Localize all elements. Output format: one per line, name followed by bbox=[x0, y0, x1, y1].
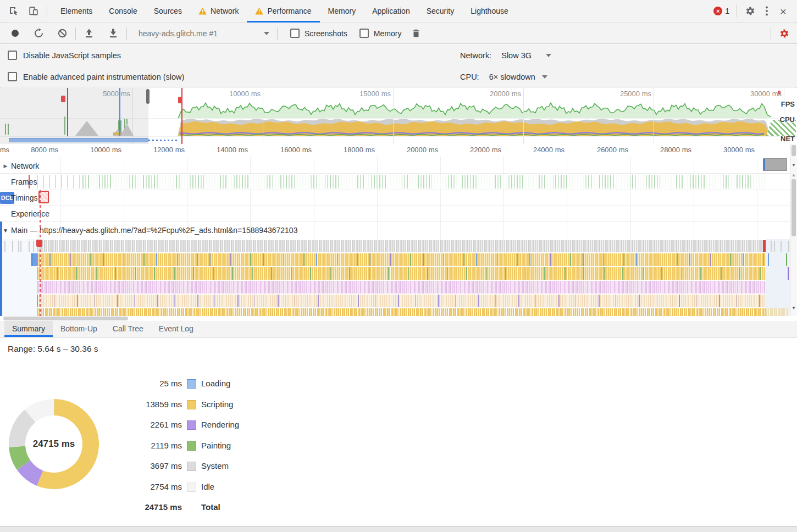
tab-performance[interactable]: Performance bbox=[247, 0, 319, 23]
ruler-label: 5000 ms bbox=[94, 90, 130, 98]
warning-icon bbox=[198, 7, 207, 15]
tab-summary[interactable]: Summary bbox=[4, 321, 53, 337]
load-profile-button[interactable] bbox=[81, 25, 97, 42]
ruler-label: 28000 ms bbox=[655, 146, 691, 154]
reload-and-record-button[interactable] bbox=[30, 25, 47, 42]
tab-memory[interactable]: Memory bbox=[320, 0, 364, 23]
tab-label: Call Tree bbox=[113, 324, 143, 333]
tab-sources[interactable]: Sources bbox=[146, 0, 190, 23]
scrollbar-thumb[interactable] bbox=[792, 179, 796, 236]
track-experience[interactable]: Experience bbox=[0, 206, 49, 221]
error-badge[interactable]: × 1 bbox=[713, 7, 729, 15]
close-devtools-button[interactable]: × bbox=[775, 3, 792, 19]
scrollbar-thumb[interactable] bbox=[3, 317, 128, 320]
gear-icon-active bbox=[779, 28, 790, 39]
chevron-down-icon bbox=[264, 32, 269, 35]
devtools-tabbar: Elements Console Sources Network Perform… bbox=[0, 0, 797, 23]
collapse-arrow-icon[interactable]: ▼ bbox=[0, 228, 11, 234]
timeline-horizontal-scrollbar[interactable] bbox=[0, 316, 797, 321]
timeline-vertical-scrollbar[interactable]: ▼ ▲ ▼ bbox=[790, 144, 797, 316]
painting-swatch bbox=[187, 441, 196, 451]
legend-label: Idle bbox=[201, 482, 214, 491]
total-label: Total bbox=[201, 502, 220, 512]
settings-button[interactable] bbox=[742, 3, 759, 19]
tab-elements[interactable]: Elements bbox=[52, 0, 101, 23]
track-frames[interactable]: Frames bbox=[0, 174, 37, 190]
cpu-throttle-control[interactable]: CPU: 6× slowdown bbox=[460, 66, 547, 87]
upload-icon bbox=[84, 28, 95, 39]
track-divider bbox=[0, 173, 790, 174]
ruler-label: 16000 ms bbox=[275, 146, 312, 154]
clear-recording-button[interactable] bbox=[54, 25, 70, 42]
scroll-down-icon[interactable]: ▼ bbox=[790, 163, 797, 168]
disable-js-samples-checkbox[interactable] bbox=[8, 51, 17, 60]
advanced-paint-checkbox[interactable] bbox=[8, 72, 17, 81]
tab-application[interactable]: Application bbox=[364, 0, 418, 23]
idle-swatch bbox=[187, 483, 196, 492]
flame-loading-block[interactable] bbox=[31, 253, 37, 266]
flame-row-rendering[interactable] bbox=[37, 281, 766, 293]
legend-label: Loading bbox=[201, 379, 230, 388]
ruler-label: 12000 ms bbox=[148, 146, 185, 154]
overview-selection-handle[interactable] bbox=[146, 89, 150, 104]
track-network[interactable]: ▶ Network bbox=[0, 158, 39, 174]
flame-row-bottom[interactable] bbox=[37, 308, 766, 316]
timeline-overview[interactable]: 5000 ms10000 ms15000 ms20000 ms25000 ms3… bbox=[0, 88, 797, 145]
scroll-down-icon[interactable]: ▼ bbox=[790, 306, 797, 311]
network-throttle-select[interactable]: Slow 3G bbox=[501, 51, 551, 60]
tab-label: Console bbox=[109, 7, 137, 15]
tab-bottom-up[interactable]: Bottom-Up bbox=[53, 321, 105, 337]
screenshots-checkbox-group[interactable]: Screenshots bbox=[290, 29, 347, 38]
tab-console[interactable]: Console bbox=[101, 0, 145, 23]
ruler-gridline bbox=[654, 88, 654, 144]
flame-row-scripting-2[interactable] bbox=[37, 267, 766, 280]
flame-row-tasks[interactable] bbox=[37, 240, 766, 252]
capture-settings-button[interactable] bbox=[776, 25, 793, 42]
network-overview-thumb[interactable] bbox=[763, 158, 787, 171]
screenshots-checkbox[interactable] bbox=[290, 29, 300, 38]
memory-checkbox-group[interactable]: Memory bbox=[359, 29, 402, 38]
overview-network-bar bbox=[9, 138, 148, 142]
flame-tick bbox=[33, 241, 34, 252]
scroll-up-icon[interactable]: ▲ bbox=[790, 173, 797, 178]
system-swatch bbox=[187, 462, 196, 471]
tab-call-tree[interactable]: Call Tree bbox=[105, 321, 151, 337]
ruler-label: 30000 ms bbox=[745, 90, 782, 98]
flame-row-mixed[interactable] bbox=[37, 295, 766, 307]
tab-label: Network bbox=[211, 7, 239, 15]
network-throttle-control[interactable]: Network: Slow 3G bbox=[460, 45, 551, 66]
lcp-flame-badge bbox=[36, 240, 42, 247]
flame-row-scripting-1[interactable] bbox=[37, 253, 766, 266]
more-options-button[interactable] bbox=[759, 3, 775, 19]
scrollbar-thumb[interactable] bbox=[792, 145, 796, 156]
tab-event-log[interactable]: Event Log bbox=[151, 321, 201, 337]
legend-value: 25 ms bbox=[99, 379, 182, 388]
track-timings[interactable]: Timings bbox=[0, 190, 38, 206]
device-toolbar-button[interactable] bbox=[25, 3, 42, 19]
tab-label: Summary bbox=[12, 324, 45, 333]
garbage-collect-button[interactable] bbox=[408, 25, 424, 42]
track-divider bbox=[0, 206, 790, 206]
disable-js-samples-option[interactable]: Disable JavaScript samples bbox=[8, 45, 121, 66]
advanced-paint-option[interactable]: Enable advanced paint instrumentation (s… bbox=[8, 66, 184, 87]
expand-arrow-icon[interactable]: ▶ bbox=[0, 163, 11, 169]
frames-ticks bbox=[82, 175, 766, 189]
cpu-throttle-select[interactable]: 6× slowdown bbox=[489, 73, 547, 81]
track-main[interactable]: ▼ Main — https://heavy-ads.glitch.me/?ad… bbox=[0, 221, 297, 239]
tab-lighthouse[interactable]: Lighthouse bbox=[462, 0, 517, 23]
save-profile-button[interactable] bbox=[105, 25, 121, 42]
memory-checkbox[interactable] bbox=[359, 29, 369, 38]
timeline-tracks[interactable]: 6000 ms8000 ms10000 ms12000 ms14000 ms16… bbox=[0, 144, 797, 316]
record-button[interactable] bbox=[7, 25, 23, 42]
toolbar-separator bbox=[737, 5, 737, 17]
track-network-label: Network bbox=[11, 162, 39, 170]
flame-tick bbox=[768, 253, 769, 266]
profile-select[interactable]: heavy-ads.glitch.me #1 bbox=[139, 29, 269, 38]
tab-security[interactable]: Security bbox=[418, 0, 463, 23]
inspect-element-button[interactable] bbox=[5, 3, 22, 19]
range-text: Range: 5.64 s – 30.36 s bbox=[8, 344, 98, 354]
screenshots-label: Screenshots bbox=[305, 29, 347, 38]
toolbar-separator bbox=[277, 27, 278, 40]
tab-network[interactable]: Network bbox=[190, 0, 247, 23]
tab-label: Memory bbox=[328, 7, 356, 15]
